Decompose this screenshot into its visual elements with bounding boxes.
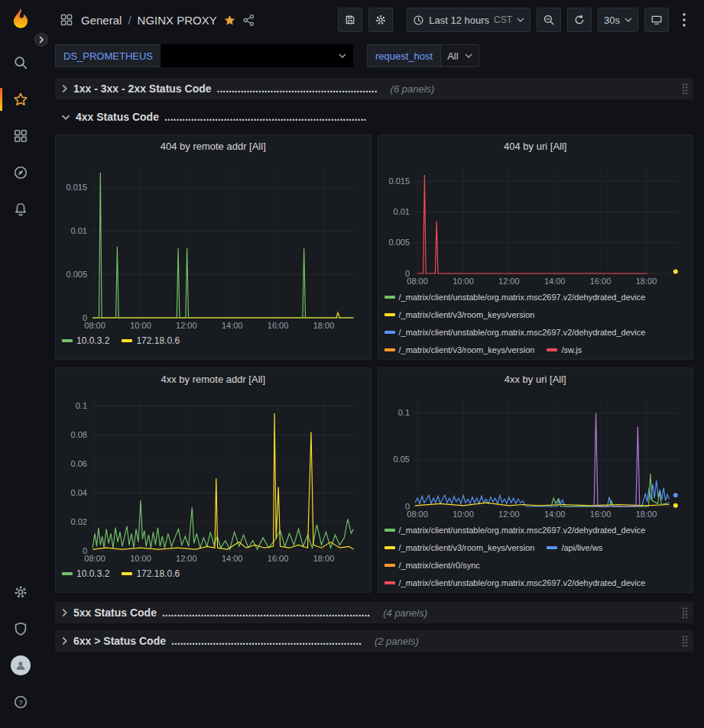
refresh-interval-dropdown[interactable]: 30s [598, 8, 638, 32]
svg-text:0: 0 [404, 502, 409, 511]
timeseries-chart[interactable]: 08:0010:0012:0014:0016:0018:0000.0050.01… [62, 158, 364, 331]
help-icon: ? [13, 694, 28, 710]
timezone-label: CST [494, 15, 512, 25]
legend-item[interactable]: /_matrix/client/unstable/org.matrix.msc2… [384, 526, 646, 535]
refresh-button[interactable] [567, 8, 592, 32]
legend-item[interactable]: /_matrix/client/unstable/org.matrix.msc2… [384, 293, 646, 302]
panel-404-by-remote-addr: 404 by remote addr [All] 08:0010:0012:00… [55, 134, 371, 360]
legend-item[interactable]: /_matrix/client/v3/room_keys/version [384, 310, 535, 319]
chart-legend: 10.0.3.2172.18.0.6 [62, 332, 365, 349]
legend-item[interactable]: /_matrix/client/v3/room_keys/version [384, 543, 535, 552]
caret-down-icon [625, 18, 632, 22]
sidebar-item-configuration[interactable] [0, 574, 41, 610]
panel-4xx-by-uri: 4xx by uri [All] 08:0010:0012:0014:0016:… [378, 367, 694, 593]
request-host-variable-value[interactable]: All [440, 44, 479, 67]
legend-item[interactable]: /_matrix/client/r0/sync [384, 561, 480, 570]
sidebar-item-explore[interactable] [0, 154, 41, 191]
share-icon[interactable] [242, 14, 255, 27]
favorite-star-icon[interactable] [223, 14, 236, 27]
row-title-leader: ........................................… [171, 635, 362, 647]
row-1xx-3xx-2xx[interactable]: 1xx - 3xx - 2xx Status Code ............… [55, 78, 693, 99]
legend-item[interactable]: /_matrix/client/unstable/org.matrix.msc2… [384, 578, 646, 587]
sidebar-item-profile[interactable] [0, 647, 41, 684]
legend-item[interactable]: /sw.js [547, 345, 582, 354]
timeseries-chart[interactable]: 08:0010:0012:0014:0016:0018:0000.020.040… [62, 391, 364, 564]
legend-item[interactable]: 10.0.3.2 [62, 335, 109, 346]
svg-text:12:00: 12:00 [176, 554, 197, 563]
sidebar-item-dashboards[interactable] [0, 118, 41, 154]
legend-label: /_matrix/client/v3/room_keys/version [399, 543, 535, 552]
sidebar-bottom-group: ? [0, 574, 41, 720]
row-panel-count: (4 panels) [383, 607, 427, 619]
dashboards-icon [60, 13, 73, 27]
time-range-picker[interactable]: Last 12 hours CST [407, 8, 530, 32]
svg-text:0.1: 0.1 [76, 401, 87, 410]
sidebar-item-starred[interactable] [0, 81, 41, 118]
chevron-right-icon [61, 608, 68, 617]
legend-row: /_matrix/client/v3/room_keys/version/api… [384, 539, 687, 556]
row-title: 4xx Status Code [76, 111, 159, 123]
row-5xx[interactable]: 5xx Status Code ........................… [55, 602, 693, 623]
save-dashboard-button[interactable] [338, 8, 362, 32]
legend-swatch [384, 313, 395, 316]
legend-row: /_matrix/client/r0/sync [384, 556, 687, 574]
row-6xx[interactable]: 6xx > Status Code ......................… [55, 630, 693, 652]
legend-item[interactable]: /api/live/ws [547, 543, 602, 552]
chart-legend: /_matrix/client/unstable/org.matrix.msc2… [384, 288, 687, 358]
request-host-variable-label[interactable]: request_host [367, 44, 440, 67]
svg-text:14:00: 14:00 [222, 321, 243, 330]
legend-label: 172.18.0.6 [136, 568, 180, 579]
legend-swatch [384, 546, 395, 549]
row-panel-count: (6 panels) [391, 83, 435, 95]
panel-title[interactable]: 4xx by remote addr [All] [62, 368, 365, 391]
legend-label: 10.0.3.2 [76, 568, 109, 579]
legend-item[interactable]: /_matrix/client/unstable/org.matrix.msc2… [384, 328, 646, 337]
svg-text:08:00: 08:00 [84, 321, 105, 330]
dashboard-title[interactable]: NGINX PROXY [138, 14, 217, 27]
legend-swatch [547, 546, 557, 549]
dashboard-settings-gear-icon [375, 14, 387, 26]
panel-title[interactable]: 4xx by uri [All] [384, 368, 687, 391]
kebab-menu-button[interactable] [675, 8, 693, 32]
panel-title[interactable]: 404 by remote addr [All] [62, 135, 365, 158]
chevron-right-icon [61, 84, 68, 93]
panel-4xx-by-remote-addr: 4xx by remote addr [All] 08:0010:0012:00… [55, 367, 371, 593]
sidebar-item-search[interactable] [0, 44, 41, 81]
sidebar-item-help[interactable]: ? [0, 684, 41, 720]
zoom-out-button[interactable] [537, 8, 561, 32]
svg-text:16:00: 16:00 [589, 277, 611, 286]
breadcrumb-section[interactable]: General [81, 14, 122, 27]
sidebar-expand-chevron[interactable] [34, 33, 48, 47]
row-4xx[interactable]: 4xx Status Code ........................… [55, 106, 693, 128]
svg-text:14:00: 14:00 [543, 277, 565, 286]
svg-text:?: ? [18, 699, 22, 707]
sidebar-item-alerting[interactable] [0, 191, 41, 228]
datasource-variable-label[interactable]: DS_PROMETHEUS [55, 44, 161, 67]
legend-item[interactable]: 172.18.0.6 [122, 568, 180, 579]
settings-gear-icon [13, 584, 28, 600]
timeseries-chart[interactable]: 08:0010:0012:0014:0016:0018:0000.050.1 [384, 391, 686, 519]
legend-item[interactable]: 10.0.3.2 [62, 568, 109, 579]
legend-item[interactable]: 172.18.0.6 [122, 335, 180, 346]
tv-mode-button[interactable] [644, 8, 669, 32]
sidebar-item-server-admin[interactable] [0, 610, 41, 647]
clock-icon [413, 15, 424, 26]
panel-title[interactable]: 404 by uri [All] [384, 135, 687, 158]
timeseries-chart[interactable]: 08:0010:0012:0014:0016:0018:0000.0050.01… [384, 158, 686, 286]
chevron-down-icon [61, 114, 70, 121]
legend-swatch [384, 348, 395, 351]
datasource-variable-value-redacted[interactable] [161, 44, 353, 67]
grafana-logo[interactable] [7, 6, 34, 34]
svg-text:0.02: 0.02 [71, 517, 87, 526]
legend-item[interactable]: /_matrix/client/v3/room_keys/version [384, 345, 535, 354]
svg-text:16:00: 16:00 [589, 510, 611, 519]
svg-text:18:00: 18:00 [313, 554, 335, 563]
drag-handle-icon[interactable] [681, 607, 689, 619]
drag-handle-icon[interactable] [681, 635, 689, 647]
svg-text:18:00: 18:00 [635, 510, 657, 519]
dashboard-settings-button[interactable] [368, 8, 393, 32]
row-title-leader: ........................................… [162, 607, 370, 619]
legend-label: /_matrix/client/unstable/org.matrix.msc2… [399, 578, 646, 587]
caret-down-icon [339, 53, 346, 58]
drag-handle-icon[interactable] [681, 83, 689, 95]
